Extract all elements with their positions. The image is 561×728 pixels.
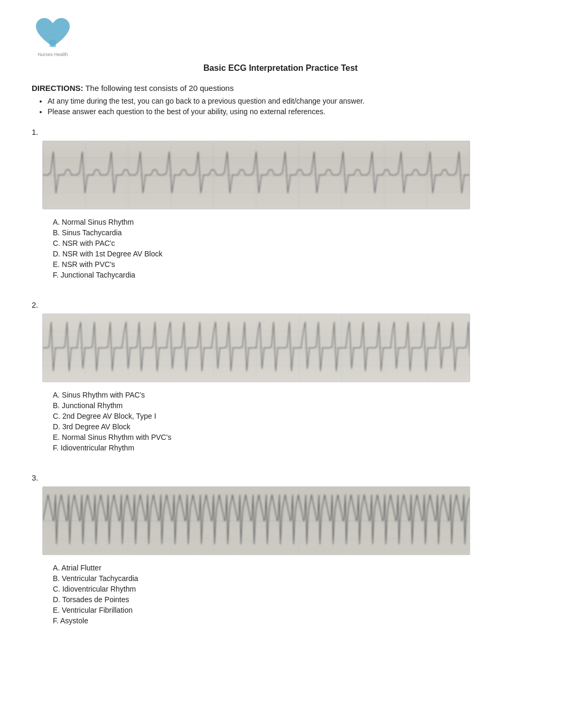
question-2-options: A. Sinus Rhythm with PAC's B. Junctional… xyxy=(53,391,529,452)
q2-option-f[interactable]: F. Idioventricular Rhythm xyxy=(53,444,529,452)
question-1-options: A. Normal Sinus Rhythm B. Sinus Tachycar… xyxy=(53,218,529,279)
q1-option-f[interactable]: F. Junctional Tachycardia xyxy=(53,271,529,279)
directions-list: At any time during the test, you can go … xyxy=(48,97,529,116)
question-3-number: 3. xyxy=(32,473,529,482)
question-1: 1. A. Normal Sinus Rhythm B. Sinus Tachy… xyxy=(32,127,529,279)
q2-option-c[interactable]: C. 2nd Degree AV Block, Type I xyxy=(53,412,529,420)
question-2-number: 2. xyxy=(32,300,529,309)
question-1-ecg-image xyxy=(42,141,470,209)
question-2-ecg-image xyxy=(42,314,470,382)
q3-option-c[interactable]: C. Idioventricular Rhythm xyxy=(53,585,529,593)
page-title: Basic ECG Interpretation Practice Test xyxy=(32,63,529,73)
directions-bullet-1: At any time during the test, you can go … xyxy=(48,97,529,105)
question-3-options: A. Atrial Flutter B. Ventricular Tachyca… xyxy=(53,564,529,625)
question-2: 2. A. Sinus Rhythm with PAC's B. Junctio… xyxy=(32,300,529,452)
svg-rect-0 xyxy=(50,40,56,47)
q3-option-a[interactable]: A. Atrial Flutter xyxy=(53,564,529,572)
q1-option-b[interactable]: B. Sinus Tachycardia xyxy=(53,228,529,237)
q3-option-b[interactable]: B. Ventricular Tachycardia xyxy=(53,574,529,583)
directions-bullet-2: Please answer each question to the best … xyxy=(48,107,529,116)
q2-option-b[interactable]: B. Junctional Rhythm xyxy=(53,401,529,410)
logo-area: Nurses Health xyxy=(32,16,529,53)
q1-option-d[interactable]: D. NSR with 1st Degree AV Block xyxy=(53,250,529,258)
q2-option-e[interactable]: E. Normal Sinus Rhythm with PVC's xyxy=(53,433,529,441)
logo: Nurses Health xyxy=(32,16,74,53)
question-3-ecg-image xyxy=(42,486,470,555)
directions-header: DIRECTIONS: xyxy=(32,84,83,93)
q2-option-d[interactable]: D. 3rd Degree AV Block xyxy=(53,422,529,431)
q2-option-a[interactable]: A. Sinus Rhythm with PAC's xyxy=(53,391,529,399)
question-3: 3. A. Atrial Flutter B. Ventricular Tach… xyxy=(32,473,529,625)
q1-option-c[interactable]: C. NSR with PAC'c xyxy=(53,239,529,247)
q3-option-f[interactable]: F. Asystole xyxy=(53,616,529,625)
q1-option-e[interactable]: E. NSR with PVC's xyxy=(53,260,529,269)
directions-section: DIRECTIONS: The following test consists … xyxy=(32,84,529,116)
q1-option-a[interactable]: A. Normal Sinus Rhythm xyxy=(53,218,529,226)
question-1-number: 1. xyxy=(32,127,529,136)
directions-intro: The following test consists of 20 questi… xyxy=(85,84,233,93)
q3-option-e[interactable]: E. Ventricular Fibrillation xyxy=(53,606,529,614)
q3-option-d[interactable]: D. Torsades de Pointes xyxy=(53,595,529,604)
